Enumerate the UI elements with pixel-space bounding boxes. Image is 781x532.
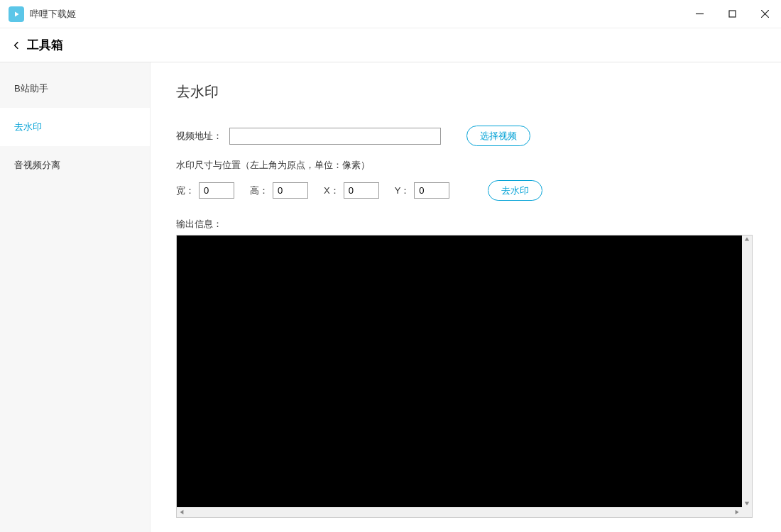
- select-video-button[interactable]: 选择视频: [466, 126, 530, 146]
- width-group: 宽：: [176, 182, 234, 199]
- dewatermark-button[interactable]: 去水印: [488, 180, 542, 201]
- scroll-corner: [742, 507, 752, 517]
- height-label: 高：: [250, 184, 268, 197]
- vertical-scrollbar[interactable]: [742, 235, 752, 507]
- x-group: X：: [324, 182, 379, 199]
- header-title: 工具箱: [27, 37, 63, 53]
- svg-marker-6: [180, 510, 184, 514]
- scroll-down-icon[interactable]: [743, 500, 750, 507]
- sidebar: B站助手 去水印 音视频分离: [0, 62, 151, 532]
- sidebar-item-bilihelper[interactable]: B站助手: [0, 70, 150, 108]
- svg-rect-1: [729, 11, 736, 17]
- video-path-input[interactable]: [229, 128, 441, 145]
- sidebar-item-avsplit[interactable]: 音视频分离: [0, 146, 150, 184]
- output-panel: [176, 235, 753, 518]
- sidebar-item-dewatermark[interactable]: 去水印: [0, 108, 150, 146]
- sidebar-item-label: 去水印: [14, 121, 42, 132]
- scroll-left-icon[interactable]: [178, 509, 185, 516]
- app-icon: [9, 6, 24, 22]
- svg-marker-7: [736, 510, 739, 514]
- y-input[interactable]: [414, 182, 449, 199]
- x-label: X：: [324, 184, 339, 197]
- sidebar-item-label: B站助手: [14, 83, 48, 94]
- width-label: 宽：: [176, 184, 195, 197]
- output-area[interactable]: [177, 235, 742, 507]
- video-path-label: 视频地址：: [176, 130, 222, 143]
- page-title: 去水印: [176, 82, 753, 101]
- dimension-row: 宽： 高： X： Y： 去水印: [176, 180, 753, 201]
- output-label: 输出信息：: [176, 218, 753, 231]
- window-title: 哔哩下载姬: [30, 8, 76, 21]
- height-group: 高：: [250, 182, 308, 199]
- header: 工具箱: [0, 28, 781, 62]
- scroll-up-icon[interactable]: [743, 235, 750, 243]
- maximize-button[interactable]: [716, 0, 748, 28]
- height-input[interactable]: [273, 182, 308, 199]
- y-label: Y：: [395, 184, 410, 197]
- titlebar: 哔哩下载姬: [0, 0, 781, 28]
- sidebar-item-label: 音视频分离: [14, 160, 60, 170]
- svg-marker-5: [745, 502, 749, 506]
- horizontal-scrollbar[interactable]: [177, 507, 742, 517]
- dimension-section-label: 水印尺寸与位置（左上角为原点，单位：像素）: [176, 159, 753, 172]
- main-content: 去水印 视频地址： 选择视频 水印尺寸与位置（左上角为原点，单位：像素） 宽： …: [151, 62, 781, 532]
- scroll-right-icon[interactable]: [733, 509, 741, 516]
- x-input[interactable]: [344, 182, 379, 199]
- minimize-button[interactable]: [683, 0, 716, 28]
- body: B站助手 去水印 音视频分离 去水印 视频地址： 选择视频 水印尺寸与位置（左上…: [0, 62, 781, 532]
- y-group: Y：: [395, 182, 450, 199]
- window-controls: [683, 0, 781, 28]
- back-button[interactable]: [9, 38, 24, 53]
- close-button[interactable]: [748, 0, 781, 28]
- video-path-row: 视频地址： 选择视频: [176, 126, 753, 146]
- width-input[interactable]: [199, 182, 234, 199]
- svg-marker-4: [745, 238, 749, 241]
